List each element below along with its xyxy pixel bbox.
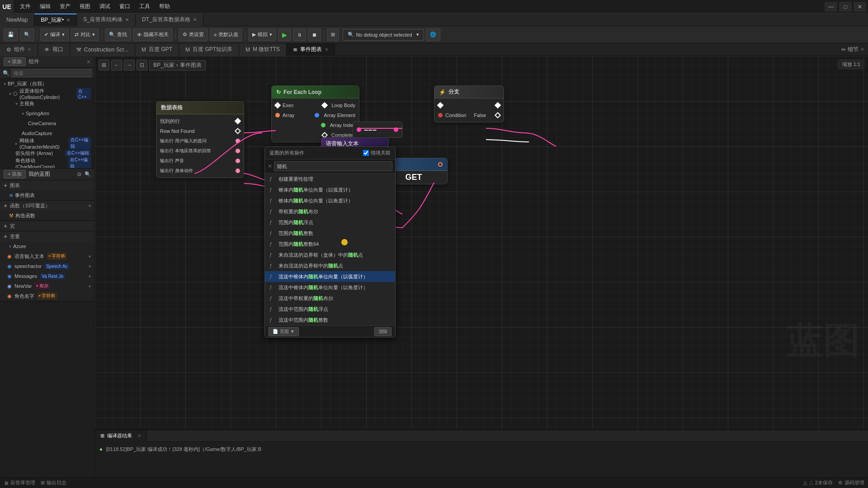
var-newvar[interactable]: ◉ NewVar • 布尔 ▾ xyxy=(0,281,94,291)
add-blueprint-button[interactable]: + 添加 xyxy=(4,170,26,178)
save-toolbar-btn[interactable]: 💾 xyxy=(4,28,18,41)
simulate-btn[interactable]: ▶ 模拟 ▾ xyxy=(248,28,276,41)
menu-file[interactable]: 文件 xyxy=(15,0,35,13)
my-blueprint-header[interactable]: + 添加 我的蓝图 ⚙ 🔍 xyxy=(0,169,94,180)
var-messages[interactable]: ◉ Messages Va Rest Je ▾ xyxy=(0,271,94,281)
close-button[interactable]: ✕ xyxy=(854,2,866,12)
minimize-button[interactable]: — xyxy=(825,2,837,12)
graph-event-item[interactable]: ≋ 事件图表 xyxy=(0,190,94,200)
var-speech-input[interactable]: ◉ 语音输入文本 • 字符串 ▾ xyxy=(0,251,94,261)
tab-struct-close[interactable]: ✕ xyxy=(125,17,129,22)
menu-item-9[interactable]: ƒ 流送中锥体内随机单位向量（以弧度计） xyxy=(265,271,395,282)
menu-item-2[interactable]: ƒ 锥体内随机单位向量（以角度计） xyxy=(265,195,395,206)
play-btn[interactable]: ▶ xyxy=(278,28,291,41)
tab-baidu-gpt[interactable]: M 百度 GPT xyxy=(135,43,179,56)
nav-forward-button[interactable]: → xyxy=(124,60,135,70)
macro-section-header[interactable]: + 宏 xyxy=(0,221,94,231)
rownf-found[interactable]: 找到的行 xyxy=(156,116,244,126)
menu-item-6[interactable]: ƒ 范围内随机整数64 xyxy=(265,239,395,249)
rownf-answer[interactable]: 输出行 本地应答库的回答 xyxy=(156,146,244,156)
tree-item-charmove[interactable]: 角色移动(CharMoveComp) 在C++编辑 xyxy=(0,158,94,168)
tab-components-close[interactable]: ✕ xyxy=(28,47,31,52)
tab-viewport[interactable]: 👁 视口 xyxy=(38,43,70,56)
nav-back-button[interactable]: ← xyxy=(111,60,122,70)
tab-newmap[interactable]: NewMap xyxy=(0,14,34,26)
graph-add-button[interactable]: + xyxy=(4,182,7,189)
tab-bp-player[interactable]: BP_玩家• ✕ xyxy=(34,14,77,26)
menu-debug[interactable]: 调试 xyxy=(95,0,115,13)
add-component-button[interactable]: + 添加 xyxy=(4,57,26,66)
constructor-item[interactable]: ⚒ 构造函数 xyxy=(0,211,94,221)
var-charname[interactable]: ◉ 角色名字 • 字符串 xyxy=(0,291,94,301)
menu-item-4[interactable]: ƒ 范围内随机浮点 xyxy=(265,217,395,228)
tree-item-collision[interactable]: ▾ ⬡ 设置体组件(CollisionCylinder) 在C++ xyxy=(0,89,94,99)
diff-dropdown-icon[interactable]: ▾ xyxy=(92,32,95,38)
compile-dropdown-icon[interactable]: ▾ xyxy=(62,32,65,38)
browse-btn[interactable]: 🔍 xyxy=(20,28,34,41)
world-browser-btn[interactable]: 🌐 xyxy=(426,28,440,41)
graph-section-header[interactable]: + 图表 xyxy=(0,180,94,190)
rownf-question[interactable]: 输出行 用户输入的提问 xyxy=(156,136,244,146)
menu-item-3[interactable]: ƒ 带权重的随机布尔 xyxy=(265,206,395,217)
tab-datatable-close[interactable]: ✕ xyxy=(193,17,197,22)
tab-bp-player-close[interactable]: ✕ xyxy=(66,18,70,23)
functions-section-header[interactable]: + 函数（33可覆盖） ▾ xyxy=(0,201,94,211)
tab-struct[interactable]: S_应答库结构体 ✕ xyxy=(77,14,136,26)
tab-datatable[interactable]: DT_应答库数据表格 ✕ xyxy=(136,14,203,26)
tab-components[interactable]: ⚙ 组件 ✕ xyxy=(0,43,38,56)
simulate-dropdown-icon[interactable]: ▾ xyxy=(269,32,272,38)
branch-condition[interactable]: Condition False xyxy=(434,110,504,120)
tab-baidu-kb[interactable]: M 百度 GPT知识库 xyxy=(179,43,239,56)
search-icon[interactable]: 🔍 xyxy=(85,171,91,177)
tree-item-springarm[interactable]: ▾ SpringArm xyxy=(0,108,94,118)
tree-item-mainview[interactable]: ▾ 主视角 xyxy=(0,99,94,108)
menu-item-0[interactable]: ƒ 创建重要性纹理 xyxy=(265,174,395,184)
extra-btn[interactable]: ⊞ xyxy=(327,28,339,41)
nav-grid-button[interactable]: ⊞ xyxy=(99,60,109,70)
menu-tools[interactable]: 工具 xyxy=(135,0,155,13)
menu-asset[interactable]: 资产 xyxy=(55,0,75,13)
menu-item-13[interactable]: ƒ 流送中范围内随机整数 xyxy=(265,314,395,325)
settings-btn[interactable]: ⚙ 类设置 xyxy=(179,28,208,41)
menu-item-12[interactable]: ƒ 流送中范围内随机浮点 xyxy=(265,304,395,314)
pause-btn[interactable]: ⏸ xyxy=(293,28,306,41)
rownf-sound[interactable]: 输出行 声音 xyxy=(156,156,244,166)
menu-item-7[interactable]: ƒ 来自流送的边界框（盒体）中的随机点 xyxy=(265,249,395,260)
rownf-notfound[interactable]: Row Not Found xyxy=(156,126,244,136)
menu-view[interactable]: 视图 xyxy=(75,0,95,13)
tree-item-mesh[interactable]: ▸ 网格体 (CharacterMesh0) 在C++编辑 xyxy=(0,138,94,148)
maximize-button[interactable]: □ xyxy=(839,2,852,12)
compiler-close[interactable]: ✕ xyxy=(137,433,141,438)
hide-btn[interactable]: 👁 隐藏不相关 xyxy=(133,28,173,41)
tab-event-graph[interactable]: ≋ 事件图表 ✕ xyxy=(287,43,335,56)
var-speechactor[interactable]: ◉ speechactor Speech Ac ▾ xyxy=(0,261,94,271)
branch-exec-in[interactable] xyxy=(434,100,504,110)
nav-layout-button[interactable]: ⊡ xyxy=(137,60,147,70)
breadcrumb-root[interactable]: BP_玩家 xyxy=(153,61,175,69)
menu-item-10[interactable]: ƒ 流送中锥体内随机单位向量（以角度计） xyxy=(265,282,395,293)
compile-btn[interactable]: ✔ 编译 ▾ xyxy=(40,28,69,41)
menu-item-11[interactable]: ƒ 流送中带权重的随机布尔 xyxy=(265,293,395,304)
tab-ms-tts[interactable]: M M 微软TTS xyxy=(239,43,287,56)
foreach-index[interactable]: Array Index xyxy=(272,120,359,130)
debug-object-selector[interactable]: 🔍 No debug object selected ▾ xyxy=(343,29,424,41)
status-source-control[interactable]: ⚙ 源码管理 xyxy=(838,479,864,486)
variables-section-header[interactable]: + 变量 xyxy=(0,231,94,241)
details-close[interactable]: ✕ xyxy=(860,47,864,52)
diff-btn[interactable]: ⇄ 对比 ▾ xyxy=(71,28,99,41)
variables-add-button[interactable]: + xyxy=(4,233,7,240)
context-close-icon[interactable]: ✕ xyxy=(268,163,272,169)
menu-item-8[interactable]: ƒ 来自流送的边界框中的随机点 xyxy=(265,260,395,271)
context-search-input[interactable] xyxy=(274,161,392,171)
foreach-exec-in[interactable]: Exec Loop Body xyxy=(272,100,359,110)
stop-btn[interactable]: ⏹ xyxy=(308,28,321,41)
context-option-checkbox[interactable] xyxy=(363,150,369,156)
defaults-btn[interactable]: ≡ 类默认值 xyxy=(210,28,242,41)
foreach-array-in[interactable]: Array Array Element xyxy=(272,110,359,120)
components-search-input[interactable] xyxy=(11,69,92,77)
macro-add-button[interactable]: + xyxy=(4,222,7,230)
menu-window[interactable]: 窗口 xyxy=(115,0,135,13)
status-save[interactable]: △ △ 2未保存 xyxy=(803,479,833,486)
menu-help[interactable]: 帮助 xyxy=(155,0,175,13)
settings-icon[interactable]: ⚙ xyxy=(77,171,82,178)
